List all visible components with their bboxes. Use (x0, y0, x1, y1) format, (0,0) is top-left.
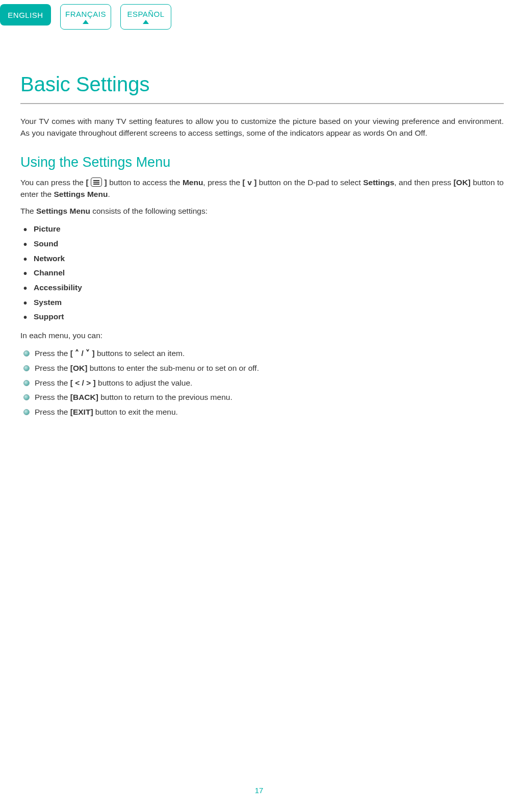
bold-text: Settings Menu (36, 207, 90, 215)
text: You can press the (20, 178, 86, 187)
list-item: Accessibility (23, 281, 504, 295)
paragraph-in-each-menu: In each menu, you can: (20, 329, 504, 341)
bold-text: Settings (363, 178, 394, 187)
list-item: Sound (23, 237, 504, 251)
page-content: Basic Settings Your TV comes with many T… (0, 30, 518, 420)
bold-text: Settings Menu (54, 190, 108, 198)
text: consists of the following settings: (90, 207, 208, 215)
bold-text: [ < / > ] (70, 378, 96, 387)
text: . (108, 190, 110, 198)
arrow-up-icon (83, 20, 89, 24)
text: The (20, 207, 36, 215)
list-item: Support (23, 310, 504, 324)
text: Press the (35, 349, 70, 358)
list-item: Press the [ ˄ / ˅ ] buttons to select an… (23, 346, 504, 361)
list-item: System (23, 295, 504, 310)
bold-text: [BACK] (70, 393, 98, 401)
bold-text: Menu (183, 178, 203, 187)
text: , press the (203, 178, 242, 187)
page-number: 17 (0, 786, 518, 795)
bold-text: [ v ] (243, 178, 257, 187)
list-item: Press the [EXIT] button to exit the menu… (23, 405, 504, 420)
bracket: [ (86, 178, 88, 187)
text: buttons to select an item. (95, 349, 185, 358)
bold-text: [OK] (70, 364, 88, 372)
text: button on the D-pad to select (256, 178, 363, 187)
arrow-up-icon (143, 20, 149, 24)
tab-english[interactable]: ENGLISH (0, 4, 51, 26)
list-item: Network (23, 251, 504, 266)
text: button to return to the previous menu. (98, 393, 232, 401)
page-title: Basic Settings (20, 73, 504, 96)
bold-text: [OK] (453, 178, 471, 187)
text: buttons to enter the sub-menu or to set … (87, 364, 259, 372)
tab-espanol-label: ESPAÑOL (127, 10, 164, 18)
paragraph-settings-consist: The Settings Menu consists of the follow… (20, 205, 504, 217)
bold-text: [ ˄ / ˅ ] (70, 349, 95, 358)
bold-text: [EXIT] (70, 408, 93, 416)
paragraph-menu-access: You can press the [ ] button to access t… (20, 176, 504, 200)
text: buttons to adjust the value. (96, 378, 193, 387)
text: button to access the (107, 178, 183, 187)
actions-list: Press the [ ˄ / ˅ ] buttons to select an… (20, 346, 504, 419)
section-subtitle: Using the Settings Menu (20, 155, 504, 170)
list-item: Press the [BACK] button to return to the… (23, 390, 504, 405)
tab-english-label: ENGLISH (8, 11, 43, 19)
text: button to exit the menu. (93, 408, 178, 416)
text: Press the (35, 364, 70, 372)
intro-paragraph: Your TV comes with many TV setting featu… (20, 115, 504, 139)
text: Press the (35, 408, 70, 416)
list-item: Press the [OK] buttons to enter the sub-… (23, 361, 504, 376)
list-item: Channel (23, 266, 504, 281)
text: Press the (35, 393, 70, 401)
title-divider (20, 103, 504, 104)
list-item: Picture (23, 222, 504, 237)
text: Press the (35, 378, 70, 387)
tab-francais[interactable]: FRANÇAIS (60, 4, 111, 30)
settings-list: Picture Sound Network Channel Accessibil… (20, 222, 504, 324)
language-tabs: ENGLISH FRANÇAIS ESPAÑOL (0, 0, 518, 30)
tab-espanol[interactable]: ESPAÑOL (120, 4, 171, 30)
text: , and then press (394, 178, 453, 187)
list-item: Press the [ < / > ] buttons to adjust th… (23, 376, 504, 391)
tab-francais-label: FRANÇAIS (65, 10, 106, 18)
menu-icon (91, 177, 102, 187)
